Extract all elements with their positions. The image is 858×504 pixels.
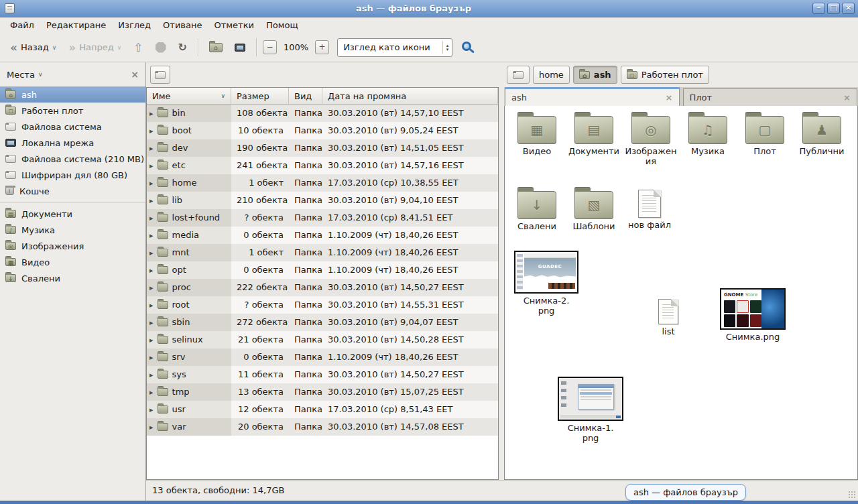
expander-icon[interactable] xyxy=(149,331,154,349)
computer-button[interactable] xyxy=(230,41,250,54)
expander-icon[interactable] xyxy=(149,227,154,244)
sidebar-close-icon[interactable]: × xyxy=(131,69,139,80)
path-button[interactable]: home xyxy=(533,66,570,84)
sidebar-bookmark-item[interactable]: Документи xyxy=(0,206,145,222)
column-header-name[interactable]: Име ∨ xyxy=(147,88,231,105)
reload-button[interactable]: ↻ xyxy=(174,38,192,56)
up-button[interactable]: ⇧ xyxy=(129,38,147,57)
expander-icon[interactable] xyxy=(149,349,154,366)
table-row[interactable]: home 1 обект Папка 17.03.2010 (ср) 10,38… xyxy=(147,174,498,192)
file-item-list[interactable]: list xyxy=(640,299,696,337)
table-row[interactable]: etc 241 обекта Папка 30.03.2010 (вт) 14,… xyxy=(147,157,498,174)
view-mode-select[interactable]: Изглед като икони ▴▾ xyxy=(337,38,452,57)
column-header-type[interactable]: Вид xyxy=(289,88,322,105)
tab[interactable]: Плот × xyxy=(683,88,858,106)
sidebar-bookmark-item[interactable]: Свалени xyxy=(0,270,145,286)
zoom-out-button[interactable]: − xyxy=(263,40,277,54)
sidebar-title-dropdown-icon[interactable]: ∨ xyxy=(38,71,43,78)
table-row[interactable]: opt 0 обекта Папка 1.10.2009 (чт) 18,40,… xyxy=(147,261,498,279)
minimize-button[interactable]: – xyxy=(812,3,825,14)
path-button[interactable]: ash xyxy=(573,66,617,84)
sidebar-place-item[interactable]: Локална мрежа xyxy=(0,135,145,151)
file-item-snimka1[interactable]: Снимка-1.png xyxy=(556,377,625,444)
folder-item[interactable]: Изображения xyxy=(623,111,679,167)
back-button[interactable]: « Назад ∨ xyxy=(5,40,61,56)
path-button[interactable] xyxy=(507,66,530,84)
table-row[interactable]: proc 222 обекта Папка 30.03.2010 (вт) 14… xyxy=(147,279,498,296)
file-item-new-file[interactable]: нов файл xyxy=(621,186,678,231)
filesystem-root-button[interactable] xyxy=(150,66,170,84)
table-row[interactable]: root ? обекта Папка 30.03.2010 (вт) 14,5… xyxy=(147,296,498,314)
forward-dropdown-icon[interactable]: ∨ xyxy=(117,44,122,51)
expander-icon[interactable] xyxy=(149,418,154,436)
expander-icon[interactable] xyxy=(149,174,154,192)
expander-icon[interactable] xyxy=(149,383,154,401)
maximize-button[interactable]: □ xyxy=(827,3,840,14)
expander-icon[interactable] xyxy=(149,296,154,314)
table-row[interactable]: bin 108 обекта Папка 30.03.2010 (вт) 14,… xyxy=(147,105,498,122)
menu-item[interactable]: Редактиране xyxy=(40,17,112,33)
sidebar-bookmark-item[interactable]: Видео xyxy=(0,254,145,270)
table-row[interactable]: sbin 272 обекта Папка 30.03.2010 (вт) 9,… xyxy=(147,314,498,331)
folder-item[interactable]: Документи xyxy=(566,111,622,157)
sidebar-place-item[interactable]: Кошче xyxy=(0,183,145,199)
back-dropdown-icon[interactable]: ∨ xyxy=(52,44,57,51)
expander-icon[interactable] xyxy=(149,401,154,418)
sidebar-place-item[interactable]: Файлова система xyxy=(0,119,145,135)
zoom-in-button[interactable]: + xyxy=(315,40,329,54)
menu-item[interactable]: Файл xyxy=(4,17,40,33)
table-row[interactable]: mnt 1 обект Папка 1.10.2009 (чт) 18,40,2… xyxy=(147,244,498,261)
sidebar-place-item[interactable]: Работен плот xyxy=(0,103,145,119)
folder-item[interactable]: Видео xyxy=(509,111,565,157)
expander-icon[interactable] xyxy=(149,139,154,157)
column-header-size[interactable]: Размер xyxy=(231,88,289,105)
home-button[interactable] xyxy=(204,40,227,55)
file-item-snimka[interactable]: GNOME Store Снимка.png xyxy=(718,288,788,342)
table-row[interactable]: dev 190 обекта Папка 30.03.2010 (вт) 14,… xyxy=(147,139,498,157)
expander-icon[interactable] xyxy=(149,209,154,227)
folder-item[interactable]: Шаблони xyxy=(566,186,622,232)
close-button[interactable]: × xyxy=(842,3,855,14)
path-button[interactable]: Работен плот xyxy=(621,66,709,84)
folder-item[interactable]: Публични xyxy=(794,111,850,157)
menu-item[interactable]: Изглед xyxy=(112,17,157,33)
table-row[interactable]: usr 12 обекта Папка 17.03.2010 (ср) 8,51… xyxy=(147,401,498,418)
tab-close-icon[interactable]: × xyxy=(843,92,851,103)
folder-item[interactable]: Плот xyxy=(737,111,793,157)
expander-icon[interactable] xyxy=(149,122,154,139)
sidebar-place-item[interactable]: Шифриран дял (80 GB) xyxy=(0,167,145,183)
table-row[interactable]: tmp 13 обекта Папка 30.03.2010 (вт) 15,0… xyxy=(147,383,498,401)
folder-item[interactable]: Музика xyxy=(680,111,736,157)
menu-item[interactable]: Отиване xyxy=(157,17,208,33)
table-row[interactable]: lost+found ? обекта Папка 17.03.2010 (ср… xyxy=(147,209,498,227)
file-item-snimka2[interactable]: GUADEC Снимка-2.png xyxy=(511,251,581,316)
sidebar-bookmark-item[interactable]: Изображения xyxy=(0,238,145,254)
search-icon[interactable] xyxy=(462,42,471,51)
menu-item[interactable]: Помощ xyxy=(260,17,304,33)
expander-icon[interactable] xyxy=(149,366,154,383)
expander-icon[interactable] xyxy=(149,314,154,331)
sidebar-bookmark-item[interactable]: Музика xyxy=(0,222,145,238)
table-row[interactable]: srv 0 обекта Папка 1.10.2009 (чт) 18,40,… xyxy=(147,349,498,366)
column-header-date[interactable]: Дата на промяна xyxy=(322,88,498,105)
expander-icon[interactable] xyxy=(149,105,154,122)
table-row[interactable]: boot 10 обекта Папка 30.03.2010 (вт) 9,0… xyxy=(147,122,498,139)
table-row[interactable]: lib 210 обекта Папка 30.03.2010 (вт) 9,0… xyxy=(147,192,498,209)
expander-icon[interactable] xyxy=(149,192,154,209)
stop-button[interactable] xyxy=(151,40,171,56)
table-row[interactable]: var 20 обекта Папка 30.03.2010 (вт) 14,5… xyxy=(147,418,498,436)
expander-icon[interactable] xyxy=(149,157,154,174)
icon-view[interactable]: Видео Документи Изображения Музика xyxy=(504,106,858,480)
sidebar-place-item[interactable]: Файлова система (210 MB) xyxy=(0,151,145,167)
menu-item[interactable]: Отметки xyxy=(208,17,259,33)
folder-item[interactable]: Свалени xyxy=(509,186,565,232)
pane-splitter[interactable] xyxy=(499,62,504,480)
tab-close-icon[interactable]: × xyxy=(666,92,673,103)
expander-icon[interactable] xyxy=(149,261,154,279)
table-row[interactable]: selinux 21 обекта Папка 30.03.2010 (вт) … xyxy=(147,331,498,349)
table-row[interactable]: media 0 обекта Папка 1.10.2009 (чт) 18,4… xyxy=(147,227,498,244)
expander-icon[interactable] xyxy=(149,279,154,296)
table-row[interactable]: sys 11 обекта Папка 30.03.2010 (вт) 14,5… xyxy=(147,366,498,383)
expander-icon[interactable] xyxy=(149,244,154,261)
tab[interactable]: ash × xyxy=(505,87,680,106)
